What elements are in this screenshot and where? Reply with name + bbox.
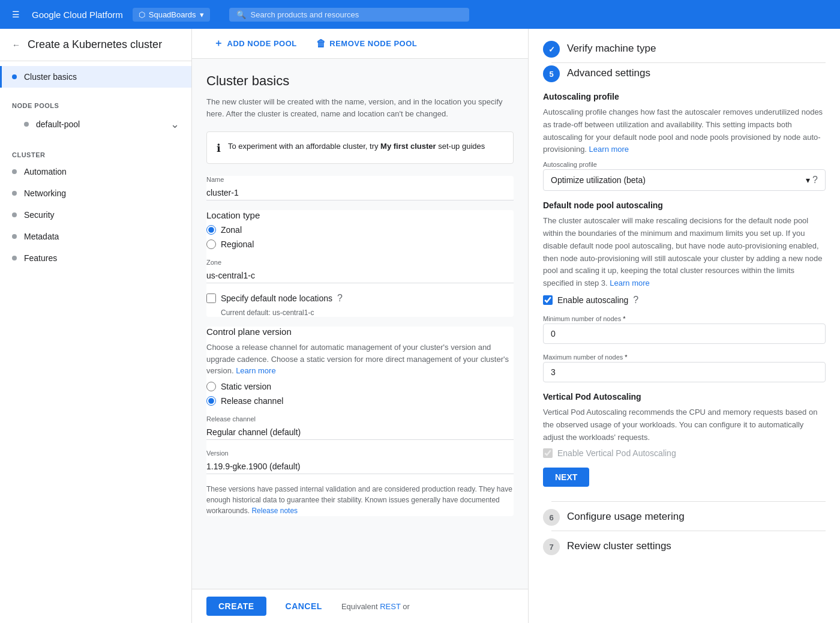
vpa-section: Vertical Pod Autoscaling Vertical Pod Au… [543,392,826,458]
learn-more-link-1[interactable]: Learn more [589,145,629,154]
create-button[interactable]: CREATE [206,597,266,616]
step-review-label: Review cluster settings [567,538,671,552]
max-nodes-input[interactable] [543,362,826,382]
back-button[interactable]: ← [12,40,20,50]
default-pool-item[interactable]: default-pool ⌄ [0,112,191,137]
learn-more-link[interactable]: Learn more [236,366,275,375]
release-channel-label: Release channel [221,396,283,406]
regional-radio[interactable] [206,239,216,249]
sidebar-header: ← Create a Kubernetes cluster [0,29,191,61]
zonal-label: Zonal [221,225,242,235]
step-metering-label: Configure usage metering [567,509,685,523]
remove-node-pool-label: REMOVE NODE POOL [329,39,417,48]
rest-link[interactable]: REST [380,602,400,611]
regional-radio-item[interactable]: Regional [206,239,514,249]
release-channel-radio-item[interactable]: Release channel [206,396,514,406]
search-icon: 🔍 [236,10,246,19]
project-name: SquadBoards [149,10,196,19]
next-button[interactable]: NEXT [543,468,589,487]
release-channel-input[interactable] [206,424,514,440]
min-nodes-required: * [623,315,625,322]
release-channel-field-wrapper: Release channel [206,415,514,440]
cluster-basics-dot [12,74,17,79]
static-version-radio-item[interactable]: Static version [206,382,514,391]
zonal-radio-item[interactable]: Zonal [206,225,514,235]
max-nodes-label: Maximum number of nodes * [543,354,826,361]
specify-locations-checkbox[interactable] [206,293,216,303]
control-plane-desc: Choose a release channel for automatic m… [206,342,514,377]
enable-vpa-row: Enable Vertical Pod Autoscaling [543,448,826,458]
metadata-dot [12,234,17,239]
sidebar-item-cluster-basics[interactable]: Cluster basics [0,66,191,88]
divider-1 [551,62,826,63]
page-description: The new cluster will be created with the… [206,96,514,119]
help-circle-icon[interactable]: ? [812,175,818,185]
max-nodes-required: * [625,354,627,361]
sidebar-item-automation[interactable]: Automation [0,161,191,182]
default-node-pool-heading: Default node pool autoscaling [543,200,826,210]
zonal-radio[interactable] [206,225,216,235]
location-type-radio-group: Zonal Regional [206,225,514,249]
hamburger-menu-icon[interactable]: ☰ [10,7,22,22]
step-configure-metering: 6 Configure usage metering [543,509,826,526]
project-selector[interactable]: ⬡ SquadBoards ▾ [133,8,210,22]
vpa-heading: Vertical Pod Autoscaling [543,392,826,402]
name-input[interactable] [206,184,514,200]
node-pool-dot [24,122,29,127]
top-navigation: ☰ Google Cloud Platform ⬡ SquadBoards ▾ … [0,0,840,29]
divider-3 [551,531,826,531]
sidebar-item-security[interactable]: Security [0,204,191,226]
node-pools-section-label: NODE POOLS [0,97,191,112]
release-notes-link[interactable]: Release notes [251,507,298,515]
center-content: Cluster basics The new cluster will be c… [192,59,528,589]
static-version-radio[interactable] [206,382,216,391]
remove-node-pool-button[interactable]: 🗑 REMOVE NODE POOL [309,35,424,53]
sidebar-item-networking[interactable]: Networking [0,182,191,204]
enable-vpa-checkbox [543,448,553,458]
version-radio-group: Static version Release channel [206,382,514,406]
control-plane-label: Control plane version [206,327,514,337]
automation-label: Automation [24,167,67,176]
info-icon: ℹ [217,142,221,155]
help-icon[interactable]: ? [337,293,343,304]
enable-autoscaling-label: Enable autoscaling [557,295,628,305]
autoscaling-profile-desc: Autoscaling profile changes how fast the… [543,106,826,156]
info-banner-text: To experiment with an affordable cluster… [228,140,485,152]
step-metering-circle: 6 [543,509,560,526]
specify-locations-label: Specify default node locations [221,293,332,303]
version-input[interactable] [206,458,514,474]
features-dot [12,256,17,260]
autoscaling-help-icon[interactable]: ? [633,295,638,305]
add-node-pool-button[interactable]: ＋ ADD NODE POOL [206,34,304,53]
min-nodes-input[interactable] [543,324,826,344]
divider-2 [551,501,826,502]
autoscaling-profile-dropdown[interactable]: Optimize utilization (beta) ▾ ? [543,169,826,191]
chevron-down-icon: ⌄ [170,118,179,131]
max-nodes-field: Maximum number of nodes * [543,354,826,382]
version-footer-text: These versions have passed internal vali… [206,484,514,516]
sidebar-item-features[interactable]: Features [0,247,191,269]
enable-autoscaling-checkbox[interactable] [543,295,553,305]
add-node-pool-label: ADD NODE POOL [227,39,297,48]
enable-autoscaling-row: Enable autoscaling ? [543,295,826,305]
location-form-section: Location type Zonal Regional Zone [206,210,514,317]
security-label: Security [24,210,55,220]
cluster-section: CLUSTER Automation Networking Security M… [0,142,191,274]
dropdown-arrow-icon: ▾ [806,175,810,185]
sidebar-item-metadata[interactable]: Metadata [0,226,191,247]
info-banner: ℹ To experiment with an affordable clust… [206,131,514,164]
min-nodes-label: Minimum number of nodes * [543,315,826,322]
learn-more-link-2[interactable]: Learn more [610,278,649,287]
cancel-button[interactable]: CANCEL [276,597,332,616]
cluster-basics-section: Cluster basics [0,61,191,92]
step-review-circle: 7 [543,538,560,555]
project-dropdown-icon: ▾ [200,10,204,19]
features-label: Features [24,253,57,263]
static-version-label: Static version [221,382,271,391]
release-channel-radio[interactable] [206,396,216,406]
zone-input[interactable] [206,267,514,283]
enable-vpa-label: Enable Vertical Pod Autoscaling [557,448,676,458]
node-icon: ⬡ [139,10,145,19]
version-label: Version [206,450,514,457]
search-bar[interactable]: 🔍 Search products and resources [229,8,469,22]
